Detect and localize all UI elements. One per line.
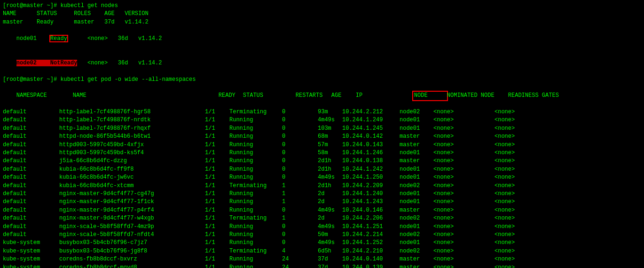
pod-row: defaultnginx-master-9d4cf4f77-w4xgb1/1Te… <box>3 214 641 222</box>
pod-row: defaultkubia-66c8b6d4fc-jw6vc1/1Running0… <box>3 173 641 181</box>
pod-row: defaultnginx-master-9d4cf4f77-cg47g1/1Ru… <box>3 190 641 198</box>
pod-row: defaulthttp-label-7cf498876f-hgr581/1Ter… <box>3 108 641 116</box>
pod-row: defaultkubia-66c8b6d4fc-xtcmm1/1Terminat… <box>3 182 641 190</box>
pod-table-header: NAMESPACENAMEREADYSTATUSRESTARTSAGEIPNOD… <box>3 84 641 108</box>
prompt-get-pod: [root@master ~]# kubectl get pod -o wide… <box>3 76 641 84</box>
pod-row: defaulthttpd-node-86f5b544b6-b6tw11/1Run… <box>3 133 641 141</box>
pod-row: defaulthttpd003-5997c459bd-ks5f41/1Runni… <box>3 149 641 157</box>
pod-row: kube-systembusybox03-5b4cb76f96-c7jz71/1… <box>3 239 641 247</box>
pod-row: defaultnginx-scale-5b8f58ffd7-4mz9p1/1Ru… <box>3 223 641 231</box>
pod-row: defaultkubia-66c8b6d4fc-ff9f81/1Running0… <box>3 166 641 173</box>
pod-row: defaultnginx-master-9d4cf4f77-1f1ck1/1Ru… <box>3 198 641 206</box>
pod-row: defaultnginx-scale-5b8f58ffd7-nfdt41/1Ru… <box>3 231 641 239</box>
node-master-row: master Ready master 37d v1.14.2 <box>3 18 641 26</box>
node02-row: node02 NotReady <none> 36d v1.14.2 <box>3 51 641 75</box>
pod-row: defaulthttp-label-7cf498876f-rhqxf1/1Run… <box>3 125 641 133</box>
pod-row: defaulthttp-label-7cf498876f-nrdtk1/1Run… <box>3 116 641 124</box>
pod-row: kube-systembusybox03-5b4cb76f96-jg8f81/1… <box>3 247 641 255</box>
pod-row: defaultnginx-master-9d4cf4f77-p4rf41/1Ru… <box>3 206 641 214</box>
nodes-header: NAME STATUS ROLES AGE VERSION <box>3 10 641 18</box>
node01-row: node01 Ready <none> 36d v1.14.2 <box>3 26 641 51</box>
pod-row: defaulthttpd003-5997c459bd-4xfjx1/1Runni… <box>3 141 641 149</box>
pod-row: kube-systemcoredns-fb8b8dccf-mqvd81/1Run… <box>3 264 641 268</box>
prompt-get-nodes: [root@master ~]# kubectl get nodes <box>3 2 641 10</box>
pod-row: defaultj5ia-66c8b6d4fc-dzzg1/1Running02d… <box>3 157 641 165</box>
terminal-window: [root@master ~]# kubectl get nodes NAME … <box>0 0 644 268</box>
pod-row: kube-systemcoredns-fb8b8dccf-bxvrz1/1Run… <box>3 255 641 263</box>
